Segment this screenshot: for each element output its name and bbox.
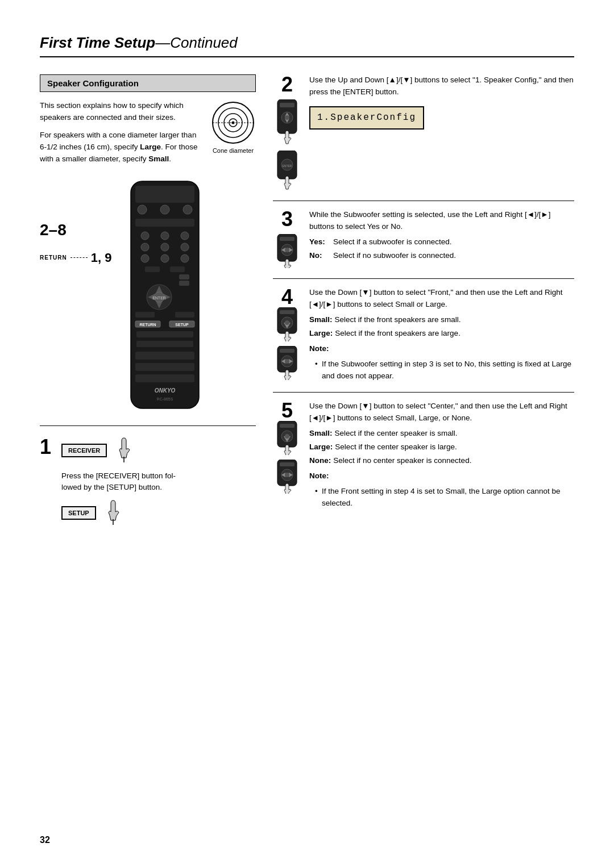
no-label: No: — [309, 250, 331, 262]
bottom-step-number: 1 — [40, 435, 53, 459]
remote-side-labels: 2–8 RETURN 1, 9 — [40, 177, 111, 276]
svg-point-17 — [181, 243, 189, 251]
bottom-step-hand — [113, 435, 135, 466]
hand-icon-1 — [113, 435, 135, 464]
cone-svg — [210, 100, 256, 145]
step-4-main-text: Use the Down [▼] button to select "Front… — [309, 287, 574, 311]
step-2-lcd: 1.SpeakerConfig — [309, 106, 424, 130]
step-5-text: Use the Down [▼] button to select "Cente… — [309, 400, 574, 511]
note-label-5: Note: — [309, 471, 329, 480]
setup-label: SETUP — [68, 510, 89, 516]
svg-text:ENTER: ENTER — [283, 164, 292, 168]
step-4-icon-col: 4 — [273, 287, 301, 384]
label-return-area: RETURN 1, 9 — [40, 249, 111, 264]
step-2-hand-area — [273, 99, 301, 147]
step-3-remote-area — [273, 234, 301, 270]
right-column: 2 — [273, 74, 574, 528]
svg-point-59 — [285, 248, 289, 252]
setup-button-icon: SETUP — [61, 506, 96, 520]
svg-rect-41 — [135, 363, 194, 371]
step-3-remote-icon — [273, 234, 301, 268]
large-label-4: Large: — [309, 328, 333, 340]
intro-text: This section explains how to specify whi… — [40, 100, 205, 171]
svg-point-8 — [138, 205, 147, 214]
step-4-number: 4 — [281, 287, 293, 307]
bottom-step-1: 1 RECEIVER — [40, 425, 256, 529]
svg-point-12 — [141, 232, 149, 240]
cone-label: Cone diameter — [213, 147, 254, 154]
step-4-note-list: If the Subwoofer setting in step 3 is se… — [315, 358, 574, 382]
svg-rect-42 — [135, 374, 194, 382]
step-2-icon-col: 2 — [273, 74, 301, 193]
svg-point-70 — [285, 359, 289, 364]
step-4-hands — [273, 307, 301, 380]
setup-area: SETUP — [61, 498, 176, 528]
svg-rect-72 — [280, 424, 294, 428]
receiver-label: RECEIVER — [68, 447, 100, 454]
step-2-enter-icon: ENTER — [273, 151, 301, 190]
step-3-number: 3 — [281, 209, 293, 229]
step-5-block: 5 — [273, 393, 574, 519]
none-label-5: None: — [309, 455, 331, 467]
step-text-2: lowed by the [SETUP] button. — [61, 483, 162, 491]
svg-rect-46 — [280, 103, 294, 107]
step-3-block: 3 While the Subwoof — [273, 201, 574, 279]
page-header: First Time Setup—Continued — [40, 34, 574, 57]
svg-rect-39 — [136, 341, 193, 347]
remote-area: 2–8 RETURN 1, 9 — [40, 177, 256, 415]
main-content: Speaker Configuration This section expla… — [40, 74, 574, 528]
step-2-main-text: Use the Up and Down [▲]/[▼] buttons to s… — [309, 74, 574, 98]
svg-point-19 — [161, 254, 169, 262]
step-4-note-area: Note: — [309, 343, 574, 355]
return-row: RETURN 1, 9 — [40, 252, 111, 264]
cone-diagram: Cone diameter — [210, 100, 256, 171]
step-5-number: 5 — [281, 400, 293, 421]
step-4-text: Use the Down [▼] button to select "Front… — [309, 287, 574, 384]
note-text-5: If the Front setting in step 4 is set to… — [315, 486, 574, 510]
svg-point-18 — [141, 254, 149, 262]
bottom-step-text: Press the [RECEIVER] button fol- lowed b… — [61, 470, 176, 494]
svg-point-13 — [161, 232, 169, 240]
step-4-down-icon — [273, 307, 301, 341]
svg-point-20 — [181, 254, 189, 262]
step-3-yes: Yes: Select if a subwoofer is connected. — [309, 236, 574, 248]
return-label: RETURN — [40, 254, 67, 261]
left-column: Speaker Configuration This section expla… — [40, 74, 256, 528]
small-text-4: Select if the front speakers are small. — [335, 314, 461, 326]
svg-point-64 — [285, 320, 289, 325]
large-label-5: Large: — [309, 441, 333, 453]
step-4-small: Small: Select if the front speakers are … — [309, 314, 574, 326]
svg-rect-55 — [280, 237, 294, 241]
svg-rect-40 — [135, 352, 194, 360]
svg-rect-21 — [145, 266, 160, 272]
svg-point-75 — [285, 434, 289, 439]
intro-area: This section explains how to specify whi… — [40, 100, 256, 171]
no-text: Select if no subwoofer is connected. — [333, 250, 456, 262]
bottom-step-hand-2 — [102, 498, 125, 528]
svg-rect-32 — [135, 312, 155, 318]
svg-rect-61 — [280, 310, 294, 314]
bottom-step-content: RECEIVER Press the [RECEIVER] button fol… — [61, 435, 176, 529]
step-3-no: No: Select if no subwoofer is connected. — [309, 250, 574, 262]
label-28-area: 2–8 — [40, 222, 111, 238]
svg-rect-77 — [280, 462, 294, 466]
small-label-5: Small: — [309, 428, 333, 440]
step-3-main-text: While the Subwoofer setting is selected,… — [309, 209, 574, 233]
step-2-text: Use the Up and Down [▲]/[▼] buttons to s… — [309, 74, 574, 193]
svg-point-16 — [161, 243, 169, 251]
page: First Time Setup—Continued Speaker Confi… — [0, 0, 614, 868]
step-5-icon-col: 5 — [273, 400, 301, 511]
step-2-block: 2 — [273, 74, 574, 201]
svg-rect-23 — [179, 274, 189, 279]
receiver-area: RECEIVER — [61, 435, 176, 466]
step-5-none: None: Select if no center speaker is con… — [309, 455, 574, 467]
svg-point-10 — [183, 205, 192, 214]
svg-text:ENTER: ENTER — [153, 296, 167, 300]
svg-rect-66 — [280, 349, 294, 353]
svg-point-50 — [285, 115, 289, 120]
step-5-lr-icon — [273, 460, 301, 494]
step-5-main-text: Use the Down [▼] button to select "Cente… — [309, 400, 574, 424]
svg-point-9 — [160, 205, 169, 214]
svg-text:SETUP: SETUP — [176, 323, 189, 327]
step-text-1: Press the [RECEIVER] button fol- — [61, 471, 176, 480]
